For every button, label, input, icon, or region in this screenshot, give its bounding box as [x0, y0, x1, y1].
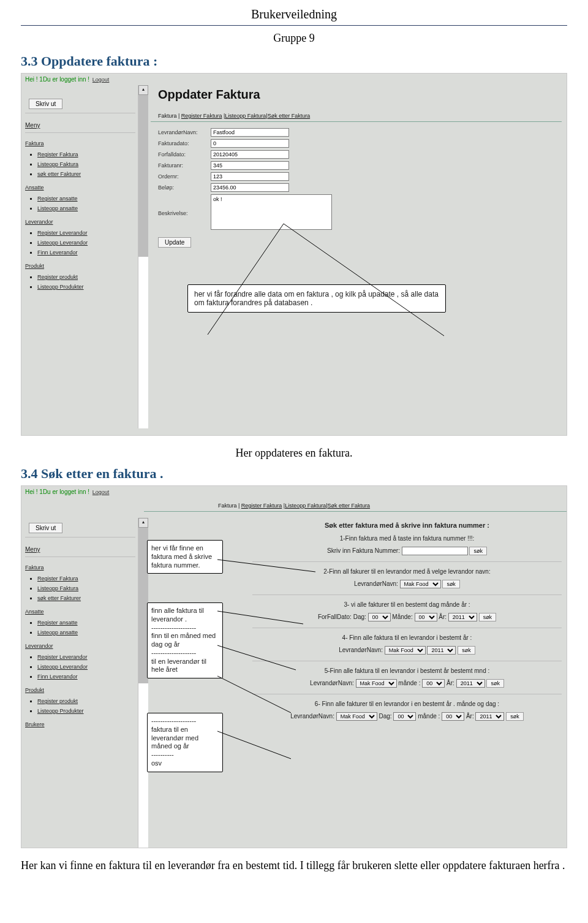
s3-mnd[interactable]: 00: [415, 613, 437, 621]
menu-leverandor[interactable]: Leverandor: [25, 643, 135, 649]
forfall-input[interactable]: [211, 150, 289, 159]
beskriv-input[interactable]: ok !: [211, 194, 332, 230]
s3-ar[interactable]: 2011: [448, 613, 477, 621]
screenshot-1: Hei ! 1Du er logget inn ! Logout Skriv u…: [21, 73, 567, 436]
callout-text: til en leverandør til hele året: [151, 658, 219, 675]
menu-ansatte-item[interactable]: Listeopp ansatte: [37, 205, 135, 211]
callout-dashes: --------------------: [151, 717, 219, 726]
forfall-label: Forfalldato:: [158, 151, 211, 158]
belop-input[interactable]: [211, 183, 289, 192]
menu-faktura[interactable]: Faktura: [25, 140, 135, 146]
menu-heading: Meny: [25, 546, 135, 553]
menu-faktura-item[interactable]: Listeopp Faktura: [37, 161, 135, 167]
levnavn-input[interactable]: [211, 128, 289, 137]
menu-produkt-item[interactable]: Listeopp Produkter: [37, 284, 135, 290]
menu-leverandor-item[interactable]: Listeopp Leverandor: [37, 664, 135, 670]
s4-label: LevrandørNavn:: [339, 647, 383, 653]
s5-ar-lbl: År:: [447, 680, 454, 686]
tab-listeopp[interactable]: Listeopp Faktura: [285, 503, 326, 509]
s5-mnd[interactable]: 00: [422, 679, 445, 688]
s6-dag-lbl: Dag:: [379, 713, 392, 720]
menu-ansatte-item[interactable]: Listeopp ansatte: [37, 629, 135, 636]
menu-produkt[interactable]: Produkt: [25, 263, 135, 269]
print-button[interactable]: Skriv ut: [29, 99, 62, 109]
print-button[interactable]: Skriv ut: [29, 523, 62, 533]
s2-sok[interactable]: søk: [442, 580, 460, 588]
scrollbar[interactable]: ▴: [138, 85, 148, 428]
callout-dashes: --------------------: [151, 624, 219, 632]
s5-label: LevrandørNavn:: [310, 680, 354, 686]
menu-ansatte-item[interactable]: Register ansatte: [37, 620, 135, 626]
s1-title: 1-Finn faktura med å taste inn faktura n…: [252, 535, 562, 542]
tab-listeopp[interactable]: Listeopp Faktura: [225, 113, 266, 119]
screenshot-2: Hei ! 1Du er logget inn ! Logout Faktura…: [21, 485, 567, 848]
update-button[interactable]: Update: [158, 237, 191, 248]
menu-leverandor-item[interactable]: Listeopp Leverandor: [37, 240, 135, 246]
callout-text: osv: [151, 759, 219, 768]
menu-faktura[interactable]: Faktura: [25, 564, 135, 571]
s6-ar[interactable]: 2011: [475, 712, 504, 721]
tab-faktura[interactable]: Faktura: [218, 503, 237, 509]
s5-mnd-lbl: månde :: [398, 680, 420, 686]
s3-dag[interactable]: 00: [368, 613, 391, 621]
s1-input[interactable]: [402, 547, 468, 555]
menu-produkt-item[interactable]: Listeopp Produkter: [37, 708, 135, 714]
menu-leverandor[interactable]: Leverandor: [25, 219, 135, 225]
bottom-text: Her kan vi finne en faktura til en lever…: [21, 859, 567, 872]
s1-sok[interactable]: søk: [469, 547, 487, 555]
menu-leverandor-item[interactable]: Register Leverandor: [37, 654, 135, 660]
search-section-3: 3- vi alle fakturer til en bestemt dag m…: [252, 601, 562, 621]
menu-leverandor-item[interactable]: Register Leverandor: [37, 230, 135, 236]
menu-produkt[interactable]: Produkt: [25, 687, 135, 693]
menu-faktura-item[interactable]: Listeopp Faktura: [37, 585, 135, 591]
caption-1: Her oppdateres en faktura.: [21, 447, 567, 460]
menu-faktura-item[interactable]: Register Faktura: [37, 575, 135, 582]
s6-lev[interactable]: Mak Food: [336, 712, 377, 721]
ordernr-label: Ordernr:: [158, 173, 211, 180]
s3-sok[interactable]: søk: [479, 613, 497, 621]
menu-brukere[interactable]: Brukere: [25, 721, 135, 727]
s6-title: 6- Finn alle fakturer til en levrandor i…: [252, 701, 562, 707]
logout-link[interactable]: Logout: [92, 77, 110, 83]
login-text: Hei ! 1Du er logget inn !: [25, 488, 89, 495]
tab-faktura[interactable]: Faktura: [158, 113, 177, 119]
belop-label: Beløp:: [158, 184, 211, 191]
s4-lev[interactable]: Mak Food: [385, 646, 426, 655]
logout-link[interactable]: Logout: [92, 489, 110, 495]
tab-register[interactable]: Register Faktura: [181, 113, 222, 119]
s6-dag[interactable]: 00: [393, 712, 416, 721]
menu-produkt-item[interactable]: Register produkt: [37, 698, 135, 704]
menu-produkt-item[interactable]: Register produkt: [37, 274, 135, 280]
menu-faktura-item[interactable]: Register Faktura: [37, 151, 135, 158]
s6-ar-lbl: År:: [466, 713, 474, 720]
dato-input[interactable]: [211, 139, 289, 148]
s5-sok[interactable]: søk: [486, 679, 504, 688]
s3-mnd-lbl: Månde:: [392, 613, 412, 620]
tab-sok[interactable]: Søk etter Faktura: [268, 113, 311, 119]
menu-ansatte[interactable]: Ansatte: [25, 184, 135, 191]
menu-leverandor-item[interactable]: Finn Leverandor: [37, 249, 135, 256]
search-section-6: 6- Finn alle fakturer til en levrandor i…: [252, 701, 562, 721]
s2-select[interactable]: Mak Food: [400, 580, 441, 588]
s5-lev[interactable]: Mak Food: [356, 679, 397, 688]
menu-faktura-item[interactable]: søk etter Fakturer: [37, 171, 135, 177]
tab-register[interactable]: Register Faktura: [241, 503, 282, 509]
menu-leverandor-item[interactable]: Finn Leverandor: [37, 674, 135, 680]
s3-ar-lbl: År:: [439, 613, 447, 620]
tab-sok[interactable]: Søk etter Faktura: [328, 503, 371, 509]
s5-ar[interactable]: 2011: [456, 679, 485, 688]
s1-label: Skriv inn Faktura Nummer:: [327, 547, 400, 554]
s4-sok[interactable]: søk: [458, 646, 475, 655]
s6-sok[interactable]: søk: [506, 712, 524, 721]
menu-ansatte[interactable]: Ansatte: [25, 609, 135, 615]
group-line: Gruppe 9: [21, 32, 567, 45]
s6-mnd[interactable]: 00: [442, 712, 464, 721]
menu-ansatte-item[interactable]: Register ansatte: [37, 196, 135, 202]
menu-faktura-item[interactable]: søk etter Fakturer: [37, 595, 135, 601]
nr-input[interactable]: [211, 161, 289, 170]
callout-box-1: her vi får finne en faktura med å skrive…: [147, 540, 223, 574]
beskriv-label: Beskrivelse:: [158, 194, 211, 216]
main-area: Oppdater Faktura Faktura | Register Fakt…: [148, 85, 567, 428]
ordernr-input[interactable]: [211, 172, 289, 181]
s4-ar[interactable]: 2011: [427, 646, 456, 655]
